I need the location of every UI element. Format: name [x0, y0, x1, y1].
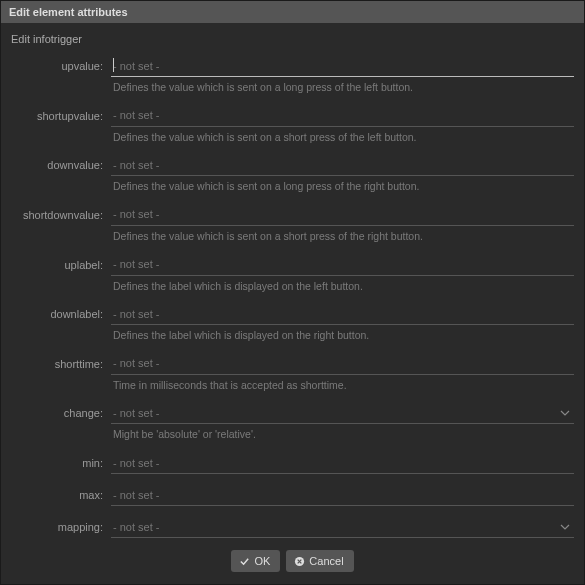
ok-button[interactable]: OK: [231, 550, 280, 572]
downvalue-input[interactable]: [111, 154, 574, 176]
field-row-change: change: Might be 'absolute' or 'relative…: [11, 398, 574, 448]
field-label: uplabel:: [11, 254, 111, 271]
change-select[interactable]: [111, 402, 574, 424]
mapping-select[interactable]: [111, 516, 574, 538]
field-hint: Defines the value which is sent on a sho…: [111, 127, 574, 151]
field-row-shortupvalue: shortupvalue: Defines the value which is…: [11, 101, 574, 151]
field-label: downlabel:: [11, 303, 111, 320]
check-icon: [239, 556, 250, 567]
field-label: min:: [11, 452, 111, 469]
shortdownvalue-input[interactable]: [111, 204, 574, 226]
field-label: max:: [11, 484, 111, 501]
field-hint: [111, 474, 574, 480]
field-row-upvalue: upvalue: Defines the value which is sent…: [11, 51, 574, 101]
field-row-max: max:: [11, 480, 574, 512]
dialog-titlebar: Edit element attributes: [1, 1, 584, 23]
field-label: shortupvalue:: [11, 105, 111, 122]
cancel-button[interactable]: Cancel: [286, 550, 353, 572]
field-label: shortdownvalue:: [11, 204, 111, 221]
shortupvalue-input[interactable]: [111, 105, 574, 127]
dialog-footer: OK Cancel: [11, 540, 574, 584]
max-input[interactable]: [111, 484, 574, 506]
close-icon: [294, 556, 305, 567]
edit-attributes-dialog: Edit element attributes Edit infotrigger…: [0, 0, 585, 585]
field-hint: Defines the label which is displayed on …: [111, 325, 574, 349]
field-row-downvalue: downvalue: Defines the value which is se…: [11, 150, 574, 200]
field-hint: Defines the value which is sent on a sho…: [111, 226, 574, 250]
field-label: downvalue:: [11, 154, 111, 171]
field-label: shorttime:: [11, 353, 111, 370]
field-label: mapping:: [11, 516, 111, 533]
field-hint: Time in milliseconds that is accepted as…: [111, 375, 574, 399]
dialog-title: Edit element attributes: [9, 6, 128, 18]
fields-container: upvalue: Defines the value which is sent…: [11, 51, 574, 540]
field-hint: [111, 506, 574, 512]
field-row-shortdownvalue: shortdownvalue: Defines the value which …: [11, 200, 574, 250]
field-row-downlabel: downlabel: Defines the label which is di…: [11, 299, 574, 349]
dialog-subtitle: Edit infotrigger: [11, 31, 574, 51]
upvalue-input[interactable]: [111, 55, 574, 77]
field-label: change:: [11, 402, 111, 419]
field-row-mapping: mapping: Map the bus value to a differen…: [11, 512, 574, 540]
field-hint: Defines the label which is displayed on …: [111, 276, 574, 300]
field-hint: Defines the value which is sent on a lon…: [111, 176, 574, 200]
cancel-button-label: Cancel: [309, 555, 343, 567]
uplabel-input[interactable]: [111, 254, 574, 276]
field-row-shorttime: shorttime: Time in milliseconds that is …: [11, 349, 574, 399]
field-hint: Defines the value which is sent on a lon…: [111, 77, 574, 101]
text-caret: [113, 58, 114, 72]
shorttime-input[interactable]: [111, 353, 574, 375]
ok-button-label: OK: [254, 555, 270, 567]
dialog-body: Edit infotrigger upvalue: Defines the va…: [1, 23, 584, 584]
downlabel-input[interactable]: [111, 303, 574, 325]
field-hint: Might be 'absolute' or 'relative'.: [111, 424, 574, 448]
min-input[interactable]: [111, 452, 574, 474]
field-row-uplabel: uplabel: Defines the label which is disp…: [11, 250, 574, 300]
field-row-min: min:: [11, 448, 574, 480]
field-label: upvalue:: [11, 55, 111, 72]
